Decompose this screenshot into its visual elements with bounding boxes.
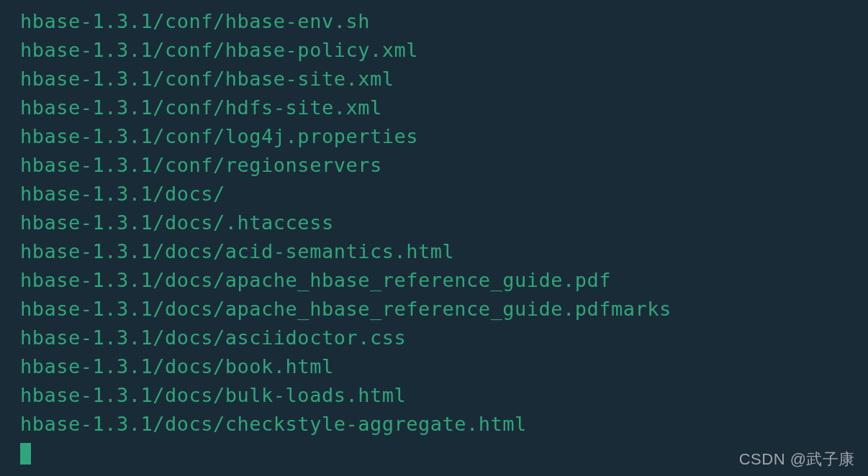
terminal-output-line: hbase-1.3.1/docs/apache_hbase_reference_… <box>20 295 868 324</box>
terminal-output-line: hbase-1.3.1/docs/bulk-loads.html <box>20 381 868 410</box>
terminal-output-line: hbase-1.3.1/docs/.htaccess <box>20 209 868 237</box>
terminal-output-line: hbase-1.3.1/docs/apache_hbase_reference_… <box>20 266 868 295</box>
terminal-output-line: hbase-1.3.1/docs/checkstyle-aggregate.ht… <box>20 410 868 439</box>
terminal-output-line: hbase-1.3.1/conf/hbase-env.sh <box>20 7 868 36</box>
terminal-output-line: hbase-1.3.1/docs/book.html <box>20 352 868 381</box>
terminal-output-line: hbase-1.3.1/docs/asciidoctor.css <box>20 324 868 352</box>
terminal-output-line: hbase-1.3.1/conf/hbase-site.xml <box>20 65 868 93</box>
cursor-icon <box>20 443 31 464</box>
terminal-window[interactable]: hbase-1.3.1/conf/hbase-env.sh hbase-1.3.… <box>0 0 868 476</box>
terminal-output-line: hbase-1.3.1/docs/acid-semantics.html <box>20 237 868 266</box>
terminal-output-line: hbase-1.3.1/conf/log4j.properties <box>20 122 868 151</box>
watermark-text: CSDN @武子康 <box>739 449 855 470</box>
terminal-output-line: hbase-1.3.1/docs/ <box>20 180 868 209</box>
terminal-output-line: hbase-1.3.1/conf/hbase-policy.xml <box>20 36 868 65</box>
terminal-output-line: hbase-1.3.1/conf/regionservers <box>20 151 868 180</box>
terminal-output-line: hbase-1.3.1/conf/hdfs-site.xml <box>20 93 868 122</box>
